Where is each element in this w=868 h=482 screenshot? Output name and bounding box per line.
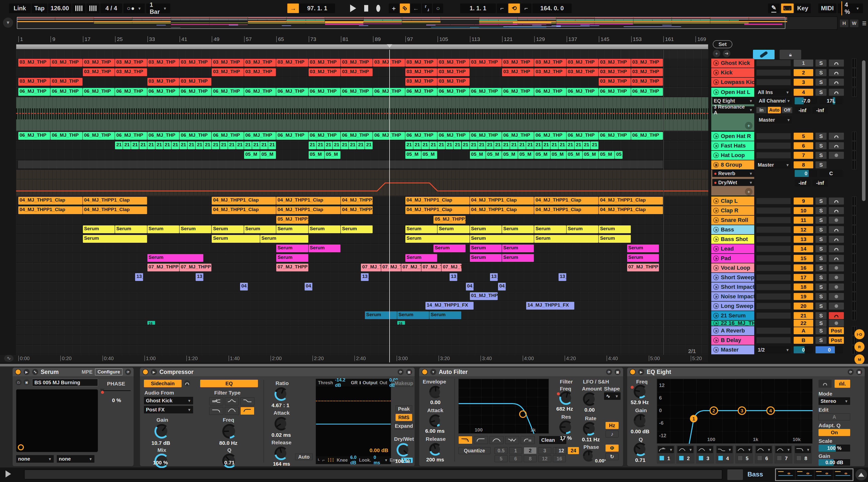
drywet-automation-line[interactable] xyxy=(16,179,708,195)
monitor-cue-button[interactable] xyxy=(829,320,844,327)
track-header-short-sweep[interactable]: Short Sweep xyxy=(711,273,754,282)
clip[interactable]: 04_MJ_THPP1_Clap xyxy=(341,197,373,205)
bar-number[interactable]: 49 xyxy=(212,36,219,42)
band-shape-select[interactable]: ▼ xyxy=(677,446,693,453)
clip[interactable]: 03_MJ_THP xyxy=(405,78,437,86)
clip[interactable]: 05_M xyxy=(309,151,324,159)
track-lane-clap-l[interactable]: 04_MJ_THPP1_Clap04_MJ_THPP1_Clap04_MJ_TH… xyxy=(16,197,708,206)
track-arm-icon[interactable] xyxy=(713,89,719,95)
mode-select[interactable]: Stereo▼ xyxy=(818,397,850,405)
track-header-clap-l[interactable]: Clap L xyxy=(711,197,754,206)
monitor-cue-button[interactable] xyxy=(829,69,844,76)
clip[interactable]: 21 xyxy=(115,142,123,149)
track-lane-a-reverb[interactable] xyxy=(16,326,708,335)
bar-number[interactable]: 89 xyxy=(373,36,380,42)
clip[interactable]: 21 xyxy=(510,142,518,149)
clip[interactable]: 04_MJ_THPP1_Clap xyxy=(405,197,470,205)
output-label[interactable]: Output xyxy=(363,380,377,386)
scale-field[interactable]: 100 % xyxy=(818,445,850,452)
clip[interactable]: Serum xyxy=(397,311,429,319)
clip[interactable]: 04_MJ_THPP1_Clap xyxy=(83,197,147,205)
track-arm-icon[interactable] xyxy=(713,321,719,326)
io-box[interactable] xyxy=(756,236,791,242)
track-number-button[interactable]: 21 xyxy=(794,312,813,319)
wrench-icon[interactable]: 🔧︎ xyxy=(32,369,38,375)
loop-length-field[interactable]: 164. 0. 0 xyxy=(532,3,571,13)
release-knob[interactable] xyxy=(429,443,442,456)
tempo-field[interactable]: 126.00 xyxy=(48,3,71,13)
clip[interactable]: 06_MJ_THP xyxy=(631,88,663,96)
bar-number[interactable]: 105 xyxy=(437,36,448,42)
time-label[interactable]: 1:00 xyxy=(145,356,156,361)
clip[interactable]: 03_MJ_THP xyxy=(180,59,212,67)
clip[interactable]: 03_MJ_THP xyxy=(244,59,276,67)
rms-mode-button[interactable]: RMS xyxy=(396,414,412,421)
clip[interactable]: 04_MJ_THPP1_Clap xyxy=(470,197,534,205)
clip[interactable]: 03_MJ_THP xyxy=(115,59,147,67)
mix-value[interactable]: 100 % xyxy=(153,460,168,466)
collapse-overview-icon[interactable]: ▼ xyxy=(3,18,13,28)
release-value[interactable]: 200 ms xyxy=(426,457,444,463)
pre-post-toggle[interactable]: Post xyxy=(829,337,844,344)
device-compressor[interactable]: ▶ Compressor ⟳ ▣ Sidechain EQ Audio From… xyxy=(140,367,415,466)
io-box[interactable] xyxy=(756,337,791,343)
bar-number[interactable]: 17 xyxy=(83,36,90,42)
track-volume-field[interactable]: -7.0 xyxy=(795,97,817,104)
clip[interactable]: 07_MJ_THPP xyxy=(401,264,421,271)
clip[interactable]: 03_MJ_THP xyxy=(437,68,469,76)
solo-button[interactable]: S xyxy=(815,264,827,271)
freq-knob[interactable] xyxy=(222,424,237,439)
track-arm-icon[interactable] xyxy=(713,80,719,85)
clip[interactable]: 04_MJ_THPP1_Clap xyxy=(599,206,663,214)
gain-value[interactable]: 10.7 dB xyxy=(151,440,170,446)
clip[interactable]: 05_M xyxy=(534,151,550,159)
clip[interactable]: 03_MJ_THP xyxy=(631,59,663,67)
clip[interactable]: 03_MJ_THP xyxy=(437,78,469,86)
af-morph-button[interactable] xyxy=(521,436,535,444)
clip[interactable]: 05_M xyxy=(422,151,437,159)
overdub-button[interactable]: 8 xyxy=(400,3,410,13)
track-arm-icon[interactable] xyxy=(713,275,719,280)
eq-q-value[interactable]: 0.71 xyxy=(635,457,646,463)
bar-number[interactable]: 129 xyxy=(534,36,545,42)
eq-toggle[interactable]: EQ xyxy=(200,380,258,387)
clip[interactable]: 06_MJ_THP xyxy=(341,132,373,140)
clip[interactable]: Serum xyxy=(567,225,598,233)
clip[interactable]: 21 xyxy=(228,142,236,149)
track-header-open-hat-r[interactable]: Open Hat R xyxy=(711,132,754,141)
clip[interactable]: Serum xyxy=(534,235,598,243)
band-shape-select[interactable]: ▼ xyxy=(795,446,811,453)
track-number-button[interactable]: 17 xyxy=(794,274,813,281)
drywet-value[interactable]: 100 % xyxy=(395,458,410,464)
track-lane-snare-roll[interactable]: 05_MJ_THPP105_MJ_THPP1 xyxy=(16,216,708,225)
track-header-open-hat-l[interactable]: Open Hat L xyxy=(711,88,754,97)
time-label[interactable]: 2:00 xyxy=(271,356,282,361)
loop-switch[interactable]: ⟲ xyxy=(508,3,520,13)
attack-value[interactable]: 0.02 ms xyxy=(272,432,291,438)
clip[interactable]: 21 xyxy=(196,142,204,149)
clip[interactable]: Serum xyxy=(276,254,308,262)
metronome-button[interactable]: ○●▼ xyxy=(124,3,145,13)
io-box[interactable] xyxy=(756,152,791,158)
time-label[interactable]: 2:20 xyxy=(312,356,324,361)
clip[interactable]: 04_MJ_THPP1_Clap xyxy=(212,197,276,205)
send-field[interactable]: -inf xyxy=(812,107,828,114)
clip[interactable]: 03_MJ_THP xyxy=(244,68,276,76)
track-header-clap-r[interactable]: Clap R xyxy=(711,206,754,215)
track-header-snare-roll[interactable]: Snare Roll xyxy=(711,216,754,225)
clip[interactable]: 06_MJ_THP xyxy=(83,88,115,96)
monitor-cue-button[interactable] xyxy=(829,60,844,67)
clip[interactable]: 21 xyxy=(268,142,276,149)
clip[interactable]: 13_MJ_ xyxy=(490,273,498,281)
thresh-value[interactable]: -14.2 dB xyxy=(335,378,345,388)
bar-number[interactable]: 121 xyxy=(502,36,513,42)
expand-device-view-button[interactable] xyxy=(856,469,867,481)
clip[interactable]: Serum xyxy=(83,225,115,233)
clip[interactable]: 06_MJ_THP xyxy=(502,88,534,96)
clip[interactable]: 06_MJ_THP xyxy=(470,132,502,140)
scrub-area[interactable] xyxy=(16,44,708,49)
clip[interactable]: 05_M xyxy=(502,151,518,159)
automation-param-chooser[interactable]: ● Dry/Wet▼ xyxy=(712,179,754,186)
clip[interactable]: 07_MJ_THPP xyxy=(627,264,659,271)
sidechain-source-2[interactable]: none▼ xyxy=(57,455,94,463)
